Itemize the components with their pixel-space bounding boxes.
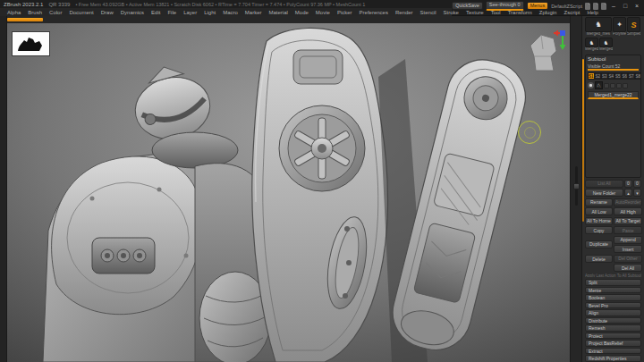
lightbox-divider-handle[interactable] bbox=[7, 18, 43, 21]
subtool-thumbnail: ♘ bbox=[595, 81, 603, 89]
new-folder-button[interactable]: New Folder bbox=[585, 189, 623, 197]
left-tray-collapsed[interactable] bbox=[0, 16, 7, 362]
menu-stencil[interactable]: Stencil bbox=[417, 10, 440, 15]
autoreorder-button[interactable]: AutoReorder bbox=[614, 198, 642, 206]
subtool-header[interactable]: Subtool bbox=[588, 56, 639, 63]
all-high-button[interactable]: All High bbox=[614, 207, 642, 215]
section-split[interactable]: Split bbox=[585, 279, 641, 286]
copy-button[interactable]: Copy bbox=[585, 226, 613, 234]
canvas-viewport[interactable] bbox=[7, 23, 570, 362]
subtool-tab[interactable]: S5 bbox=[614, 72, 622, 80]
section-project-basrelief[interactable]: Project BasRelief bbox=[585, 340, 641, 347]
menu-dynamics[interactable]: Dynamics bbox=[117, 10, 148, 15]
rename-button[interactable]: Rename bbox=[585, 198, 613, 206]
tool-tile-polymesh3d[interactable]: ✦ bbox=[613, 17, 626, 32]
close-button[interactable]: × bbox=[632, 2, 641, 11]
paint-icon[interactable] bbox=[604, 83, 609, 88]
tool-tile-merged-mesh[interactable]: ♞ bbox=[585, 17, 612, 32]
restore-button[interactable]: □ bbox=[621, 2, 630, 11]
menu-layer[interactable]: Layer bbox=[180, 10, 200, 15]
see-through-slider[interactable]: See-through 0 bbox=[486, 1, 524, 11]
build-number: QR 3339 bbox=[48, 2, 70, 7]
menu-color[interactable]: Color bbox=[46, 10, 65, 15]
tool-tile-label: Merged bbox=[599, 47, 613, 52]
tool-tile-merged-1[interactable]: ♞ bbox=[585, 38, 598, 47]
insert-button[interactable]: Insert bbox=[614, 245, 642, 253]
subtool-tab[interactable]: S8 bbox=[635, 72, 642, 80]
sculpt-icon[interactable] bbox=[610, 83, 615, 88]
menu-material[interactable]: Material bbox=[266, 10, 292, 15]
slider-handle[interactable] bbox=[573, 183, 580, 189]
sculpt-model bbox=[7, 23, 570, 362]
visible-count-slider[interactable]: Visible Count 52 bbox=[588, 63, 639, 71]
polypaint-icon[interactable] bbox=[616, 83, 622, 88]
menu-movie[interactable]: Movie bbox=[312, 10, 334, 15]
subtool-tab[interactable]: S7 bbox=[628, 72, 635, 80]
default-zscript-button[interactable]: DefaultZScript bbox=[551, 4, 582, 9]
subtool-list-item[interactable]: ♘ bbox=[588, 80, 639, 90]
append-button[interactable]: Append bbox=[614, 236, 642, 244]
menu-file[interactable]: File bbox=[164, 10, 180, 15]
section-bevel-pro[interactable]: Bevel Pro bbox=[585, 302, 641, 309]
section-project[interactable]: Project bbox=[585, 333, 641, 340]
subtool-tab[interactable]: S6 bbox=[622, 72, 629, 80]
menu-picker[interactable]: Picker bbox=[334, 10, 356, 15]
del-other-button[interactable]: Del Other bbox=[614, 255, 642, 263]
canvas-zoom-slider[interactable] bbox=[575, 166, 578, 206]
section-align[interactable]: Align bbox=[585, 309, 641, 316]
menu-document[interactable]: Document bbox=[65, 10, 97, 15]
star-icon: ✦ bbox=[616, 21, 623, 29]
menu-preferences[interactable]: Preferences bbox=[356, 10, 392, 15]
duplicate-button[interactable]: Duplicate bbox=[585, 240, 613, 248]
note-doc-icon[interactable] bbox=[593, 3, 598, 10]
all-to-home-button[interactable]: All To Home bbox=[585, 217, 613, 225]
menus-toggle-button[interactable]: Menus bbox=[527, 2, 549, 11]
section-remesh[interactable]: Remesh bbox=[585, 324, 641, 332]
tray-scrollbar[interactable] bbox=[582, 59, 584, 222]
list-all-button[interactable]: List All bbox=[585, 180, 623, 188]
history-doc-icon[interactable] bbox=[601, 3, 606, 10]
subtool-tab[interactable]: S4 bbox=[608, 72, 615, 80]
tool-tile-simplebrush[interactable]: S bbox=[627, 17, 640, 32]
apply-last-action-caption: Apply Last Action To All Subtools bbox=[585, 274, 641, 277]
model-silhouette bbox=[13, 32, 49, 55]
menu-light[interactable]: Light bbox=[200, 10, 219, 15]
section-extract[interactable]: Extract bbox=[585, 348, 641, 355]
uv-icon[interactable] bbox=[623, 83, 628, 88]
subtool-tab[interactable]: S1 bbox=[588, 72, 595, 80]
delete-button[interactable]: Delete bbox=[585, 255, 613, 263]
eye-visibility-icon[interactable] bbox=[588, 82, 594, 88]
menu-macro[interactable]: Macro bbox=[219, 10, 242, 15]
paste-button[interactable]: Paste bbox=[614, 226, 642, 234]
section-boolean[interactable]: Boolean bbox=[585, 294, 641, 301]
subtool-tab[interactable]: S2 bbox=[595, 72, 602, 80]
folder-down-icon[interactable]: ▾ bbox=[633, 189, 641, 197]
menu-edit[interactable]: Edit bbox=[148, 10, 164, 15]
tool-tile-label: SimpleB bbox=[627, 32, 640, 37]
simplebrush-s-icon: S bbox=[631, 21, 636, 29]
quicksave-button[interactable]: QuickSave bbox=[452, 2, 483, 11]
menu-alpha[interactable]: Alpha bbox=[4, 10, 24, 15]
section-merge[interactable]: Merge bbox=[585, 287, 641, 294]
menu-draw[interactable]: Draw bbox=[97, 10, 117, 15]
titlebar-right-cluster: QuickSave See-through 0 Menus DefaultZSc… bbox=[452, 0, 644, 11]
menu-brush[interactable]: Brush bbox=[24, 10, 46, 15]
camview-gizmo[interactable] bbox=[527, 26, 568, 74]
section-distribute[interactable]: Distribute bbox=[585, 317, 641, 324]
all-to-target-button[interactable]: All To Target bbox=[614, 217, 642, 225]
menu-mode[interactable]: Mode bbox=[292, 10, 312, 15]
menu-render[interactable]: Render bbox=[392, 10, 417, 15]
axis-z-handle bbox=[560, 30, 565, 36]
tool-tile-merged-2[interactable]: ♞ bbox=[599, 38, 613, 47]
menu-marker[interactable]: Marker bbox=[242, 10, 266, 15]
zscript-doc-icon[interactable] bbox=[585, 3, 590, 10]
folder-up-icon[interactable]: ▴ bbox=[624, 189, 632, 197]
all-low-button[interactable]: All Low bbox=[585, 207, 613, 215]
silhouette-preview-thumbnail bbox=[13, 32, 49, 55]
subtool-tab[interactable]: S3 bbox=[601, 72, 608, 80]
section-redshift-properties[interactable]: Redshift Properties bbox=[585, 355, 641, 362]
active-subtool-name[interactable]: Merged1_merge22 bbox=[588, 91, 639, 99]
del-all-button[interactable]: Del All bbox=[614, 264, 642, 272]
minimize-button[interactable]: – bbox=[609, 2, 618, 11]
right-shelf bbox=[570, 16, 582, 362]
